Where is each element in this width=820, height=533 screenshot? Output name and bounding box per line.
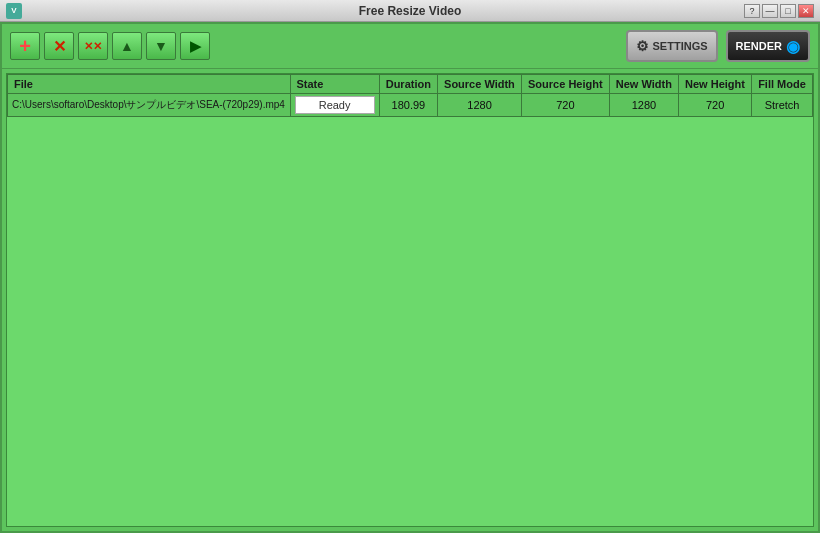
cell-duration: 180.99 <box>379 94 437 117</box>
title-bar-left: V <box>6 3 22 19</box>
app-icon: V <box>6 3 22 19</box>
cell-state: Ready <box>290 94 379 117</box>
col-file: File <box>8 75 291 94</box>
maximize-button[interactable]: □ <box>780 4 796 18</box>
main-window: + ✕ ✕✕ ⚙ SETTINGS RENDER <box>0 22 820 533</box>
file-table: File State Duration Source Width Source … <box>7 74 813 117</box>
cell-source-width: 1280 <box>438 94 522 117</box>
gear-icon: ⚙ <box>636 38 649 54</box>
render-icon: ◉ <box>786 37 800 56</box>
remove-button[interactable]: ✕ <box>44 32 74 60</box>
col-state: State <box>290 75 379 94</box>
render-button[interactable]: RENDER ◉ <box>726 30 810 62</box>
col-new-width: New Width <box>609 75 678 94</box>
table-row[interactable]: C:\Users\softaro\Desktop\サンプルビデオ\SEA-(72… <box>8 94 813 117</box>
file-table-container: File State Duration Source Width Source … <box>6 73 814 527</box>
help-button[interactable]: ? <box>744 4 760 18</box>
plus-icon: + <box>19 35 31 58</box>
toolbar: + ✕ ✕✕ ⚙ SETTINGS RENDER <box>2 24 818 69</box>
col-new-height: New Height <box>679 75 752 94</box>
col-source-height: Source Height <box>522 75 610 94</box>
cell-new-height: 720 <box>679 94 752 117</box>
xx-icon: ✕✕ <box>84 40 102 53</box>
add-button[interactable]: + <box>10 32 40 60</box>
cell-new-width: 1280 <box>609 94 678 117</box>
cell-fill-mode: Stretch <box>752 94 813 117</box>
clear-button[interactable]: ✕✕ <box>78 32 108 60</box>
move-down-button[interactable] <box>146 32 176 60</box>
title-bar: V Free Resize Video ? — □ ✕ <box>0 0 820 22</box>
col-fill-mode: Fill Mode <box>752 75 813 94</box>
render-label: RENDER <box>736 40 782 52</box>
minimize-button[interactable]: — <box>762 4 778 18</box>
window-title: Free Resize Video <box>359 4 462 18</box>
settings-button[interactable]: ⚙ SETTINGS <box>626 30 718 62</box>
cell-file: C:\Users\softaro\Desktop\サンプルビデオ\SEA-(72… <box>8 94 291 117</box>
x-icon: ✕ <box>53 37 66 56</box>
toolbar-right: ⚙ SETTINGS RENDER ◉ <box>626 30 810 62</box>
col-source-width: Source Width <box>438 75 522 94</box>
table-body: C:\Users\softaro\Desktop\サンプルビデオ\SEA-(72… <box>8 94 813 117</box>
settings-label: SETTINGS <box>653 40 708 52</box>
state-badge: Ready <box>295 96 375 114</box>
move-up-button[interactable] <box>112 32 142 60</box>
arrow-down-icon <box>154 38 168 54</box>
play-icon <box>190 38 201 54</box>
cell-source-height: 720 <box>522 94 610 117</box>
table-header: File State Duration Source Width Source … <box>8 75 813 94</box>
col-duration: Duration <box>379 75 437 94</box>
play-button[interactable] <box>180 32 210 60</box>
close-button[interactable]: ✕ <box>798 4 814 18</box>
toolbar-left: + ✕ ✕✕ <box>10 32 210 60</box>
window-controls[interactable]: ? — □ ✕ <box>744 4 814 18</box>
arrow-up-icon <box>120 38 134 54</box>
